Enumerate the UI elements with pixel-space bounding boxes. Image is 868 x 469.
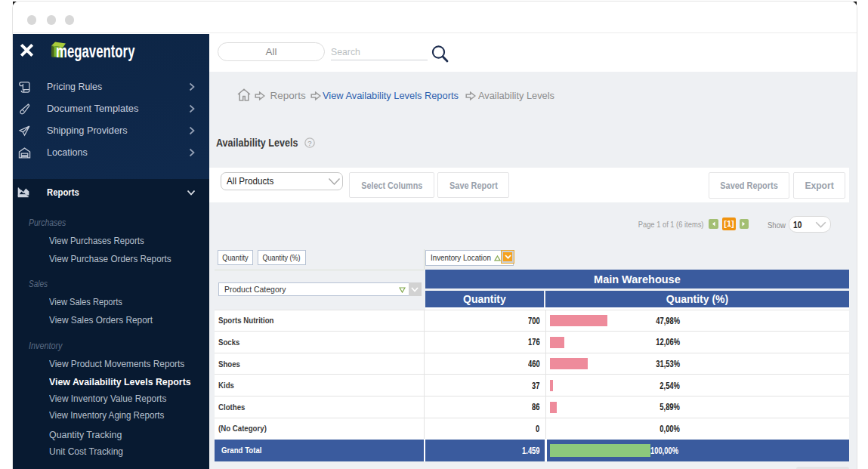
svg-text:?: ? (307, 139, 311, 147)
